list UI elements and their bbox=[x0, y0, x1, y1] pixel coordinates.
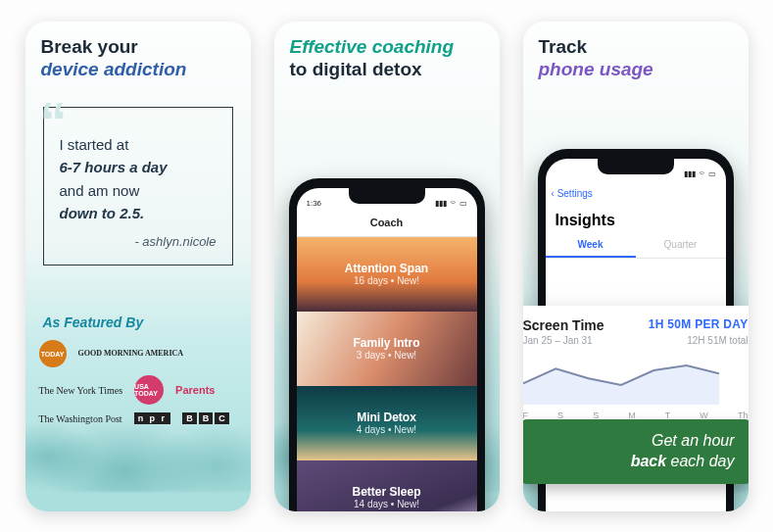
cta-banner: Get an hour back each day bbox=[523, 419, 749, 484]
coach-item-sub: 4 days • New! bbox=[357, 424, 416, 435]
coach-item-title: Attention Span bbox=[345, 262, 428, 275]
phone-frame: 1:36 ▮▮▮ ⌔ ▭ Coach Attention Span 16 day… bbox=[289, 178, 485, 511]
coach-item-sub: 14 days • New! bbox=[354, 499, 419, 509]
nav-bar: ‹ Settings bbox=[546, 180, 726, 208]
coach-item-sub: 3 days • New! bbox=[357, 350, 416, 361]
chevron-left-icon: ‹ bbox=[552, 188, 555, 199]
cta-line2-strong: back bbox=[631, 453, 666, 469]
status-icons: ▮▮▮ ⌔ ▭ bbox=[435, 199, 467, 208]
back-button[interactable]: ‹ Settings bbox=[552, 188, 593, 199]
phone-notch-icon bbox=[598, 159, 674, 174]
screen-time-range: Jan 25 – Jan 31 bbox=[523, 335, 593, 346]
quote-line: down to 2.5. bbox=[60, 205, 145, 221]
nav-title: Coach bbox=[370, 217, 404, 228]
nav-bar: Coach bbox=[297, 210, 477, 237]
headline-line1: Break your bbox=[41, 36, 138, 57]
headline: Track phone usage bbox=[523, 22, 749, 82]
headline-line2: to digital detox bbox=[290, 59, 422, 79]
logo-parents: Parents bbox=[175, 384, 215, 396]
cta-line1: Get an hour bbox=[652, 432, 735, 449]
screen-time-value: 1H 50M PER DAY bbox=[649, 317, 749, 333]
quote-line: and am now bbox=[60, 182, 140, 199]
quote-line: I started at bbox=[60, 136, 129, 153]
headline-line1: Track bbox=[539, 36, 588, 57]
coach-list: Attention Span 16 days • New! Family Int… bbox=[297, 237, 477, 511]
coach-item-title: Family Intro bbox=[353, 336, 419, 350]
wifi-icon: ⌔ bbox=[700, 169, 704, 178]
coach-item-title: Mini Detox bbox=[357, 411, 416, 424]
headline: Break your device addiction bbox=[25, 22, 251, 82]
headline: Effective coaching to digital detox bbox=[274, 22, 500, 82]
logo-npr: n p r bbox=[134, 412, 171, 424]
screen-time-total: 12H 51M total bbox=[687, 335, 748, 346]
headline-line2: device addiction bbox=[41, 59, 187, 79]
logo-gma: GOOD MORNING AMERICA bbox=[78, 350, 184, 357]
coach-item-better-sleep[interactable]: Better Sleep 14 days • New! bbox=[297, 460, 477, 511]
tab-week[interactable]: Week bbox=[546, 233, 636, 258]
quote-line: 6-7 hours a day bbox=[60, 159, 168, 175]
screen-time-sparkline bbox=[523, 356, 719, 405]
coach-item-sub: 16 days • New! bbox=[354, 275, 419, 286]
quote-mark-icon: “ bbox=[40, 94, 68, 149]
phone-notch-icon bbox=[349, 188, 425, 204]
screen-time-card: Screen Time 1H 50M PER DAY Jan 25 – Jan … bbox=[523, 306, 749, 426]
promo-panel-2: Effective coaching to digital detox 1:36… bbox=[274, 22, 500, 511]
status-time: 1:36 bbox=[307, 199, 322, 208]
signal-icon: ▮▮▮ bbox=[435, 199, 447, 208]
logo-nyt: The New York Times bbox=[39, 385, 123, 396]
signal-icon: ▮▮▮ bbox=[684, 169, 696, 178]
battery-icon: ▭ bbox=[708, 169, 716, 178]
battery-icon: ▭ bbox=[459, 199, 467, 208]
logo-usatoday: USA TODAY bbox=[134, 375, 164, 405]
phone-screen: 1:36 ▮▮▮ ⌔ ▭ Coach Attention Span 16 day… bbox=[297, 188, 477, 511]
coach-item-title: Better Sleep bbox=[352, 485, 420, 499]
coach-item-mini-detox[interactable]: Mini Detox 4 days • New! bbox=[297, 386, 477, 460]
status-icons: ▮▮▮ ⌔ ▭ bbox=[684, 169, 716, 178]
testimonial-quote: “ I started at 6-7 hours a day and am no… bbox=[43, 107, 233, 266]
logo-bbc: B B C bbox=[182, 412, 229, 424]
coach-item-family-intro[interactable]: Family Intro 3 days • New! bbox=[297, 312, 477, 386]
back-label: Settings bbox=[557, 188, 593, 199]
promo-panel-1: Break your device addiction “ I started … bbox=[25, 22, 251, 511]
featured-label: As Featured By bbox=[43, 314, 251, 330]
headline-line2: phone usage bbox=[539, 59, 653, 79]
logo-today: TODAY bbox=[39, 340, 67, 367]
quote-author: - ashlyn.nicole bbox=[60, 234, 217, 249]
logo-wapo: The Washington Post bbox=[39, 413, 122, 424]
promo-panel-3: Track phone usage ▮▮▮ ⌔ ▭ ‹ Settings bbox=[523, 22, 749, 511]
screen-time-title: Screen Time bbox=[523, 317, 604, 333]
cta-line2: each day bbox=[666, 453, 734, 469]
insights-tabs: Week Quarter bbox=[546, 233, 726, 259]
wifi-icon: ⌔ bbox=[451, 199, 456, 208]
tab-quarter[interactable]: Quarter bbox=[636, 233, 726, 258]
press-logos: TODAY GOOD MORNING AMERICA The New York … bbox=[25, 330, 251, 424]
page-title: Insights bbox=[546, 208, 726, 233]
headline-line1: Effective coaching bbox=[290, 36, 455, 57]
coach-item-attention-span[interactable]: Attention Span 16 days • New! bbox=[297, 237, 477, 312]
